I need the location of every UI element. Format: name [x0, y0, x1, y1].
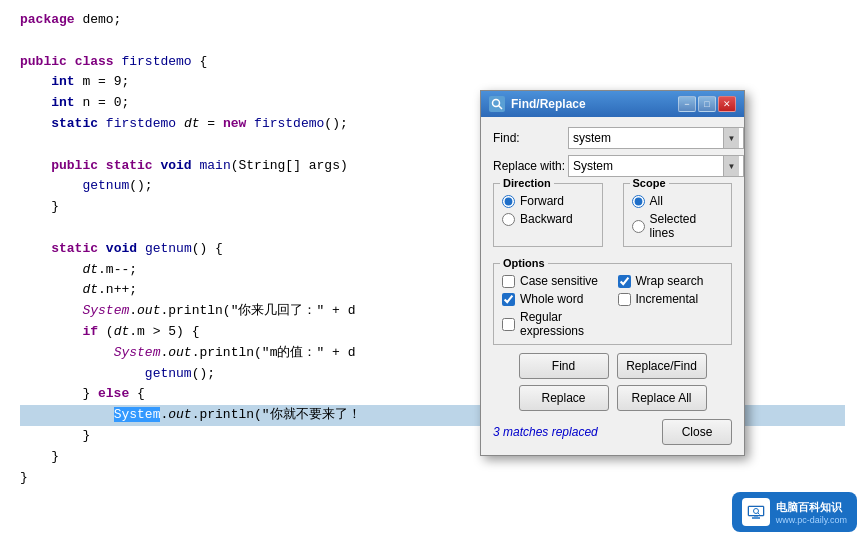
wrap-search-item[interactable]: Wrap search	[618, 274, 724, 288]
options-grid: Case sensitive Wrap search Whole word In…	[502, 274, 723, 338]
find-input-wrap[interactable]: ▼	[568, 127, 744, 149]
whole-word-label: Whole word	[520, 292, 583, 306]
incremental-item[interactable]: Incremental	[618, 292, 724, 306]
dialog-title: Find/Replace	[511, 97, 586, 111]
direction-scope-row: Direction Forward Backward Scope	[493, 183, 732, 255]
direction-section: Direction Forward Backward	[493, 183, 603, 247]
incremental-checkbox[interactable]	[618, 293, 631, 306]
dialog-body: Find: ▼ Replace with: ▼ Direction	[481, 117, 744, 455]
find-button[interactable]: Find	[519, 353, 609, 379]
case-sensitive-checkbox[interactable]	[502, 275, 515, 288]
backward-label: Backward	[520, 212, 573, 226]
find-label: Find:	[493, 131, 568, 145]
all-label: All	[650, 194, 663, 208]
replace-all-button[interactable]: Replace All	[617, 385, 707, 411]
direction-radio-group: Forward Backward	[502, 194, 594, 226]
options-section: Options Case sensitive Wrap search Whole…	[493, 263, 732, 345]
replace-button[interactable]: Replace	[519, 385, 609, 411]
watermark-text-group: 电脑百科知识 www.pc-daily.com	[776, 500, 847, 525]
find-row: Find: ▼	[493, 127, 732, 149]
direction-legend: Direction	[500, 177, 554, 189]
titlebar-left: Find/Replace	[489, 96, 586, 112]
button-row-1: Find Replace/Find	[493, 353, 732, 379]
dialog-close-x-button[interactable]: ✕	[718, 96, 736, 112]
dialog-icon	[489, 96, 505, 112]
wrap-search-label: Wrap search	[636, 274, 704, 288]
svg-point-0	[493, 100, 500, 107]
replace-input-wrap[interactable]: ▼	[568, 155, 744, 177]
watermark-url: www.pc-daily.com	[776, 515, 847, 525]
all-radio[interactable]	[632, 195, 645, 208]
find-dropdown-btn[interactable]: ▼	[723, 128, 739, 148]
regex-checkbox[interactable]	[502, 318, 515, 331]
wrap-search-checkbox[interactable]	[618, 275, 631, 288]
replace-label: Replace with:	[493, 159, 568, 173]
watermark-site: 电脑百科知识	[776, 500, 847, 515]
status-row: 3 matches replaced Close	[493, 419, 732, 445]
selected-lines-label: Selected lines	[650, 212, 724, 240]
backward-radio[interactable]	[502, 213, 515, 226]
status-text: 3 matches replaced	[493, 425, 598, 439]
dialog-titlebar: Find/Replace − □ ✕	[481, 91, 744, 117]
selected-lines-radio-item[interactable]: Selected lines	[632, 212, 724, 240]
watermark-top: 电脑百科知识 www.pc-daily.com	[742, 498, 847, 526]
incremental-label: Incremental	[636, 292, 699, 306]
scope-radio-group: All Selected lines	[632, 194, 724, 240]
selected-lines-radio[interactable]	[632, 220, 645, 233]
forward-radio[interactable]	[502, 195, 515, 208]
replace-input[interactable]	[573, 159, 723, 173]
all-radio-item[interactable]: All	[632, 194, 724, 208]
scope-section: Scope All Selected lines	[623, 183, 733, 247]
find-input[interactable]	[573, 131, 723, 145]
case-sensitive-item[interactable]: Case sensitive	[502, 274, 608, 288]
button-row-2: Replace Replace All	[493, 385, 732, 411]
scope-legend: Scope	[630, 177, 669, 189]
forward-label: Forward	[520, 194, 564, 208]
code-line-23: }	[20, 468, 845, 489]
code-line-1: package demo;	[20, 10, 845, 31]
minimize-button[interactable]: −	[678, 96, 696, 112]
options-legend: Options	[500, 257, 548, 269]
whole-word-item[interactable]: Whole word	[502, 292, 608, 306]
replace-dropdown-btn[interactable]: ▼	[723, 156, 739, 176]
watermark-icon	[742, 498, 770, 526]
code-line-3: public class firstdemo {	[20, 52, 845, 73]
backward-radio-item[interactable]: Backward	[502, 212, 594, 226]
code-line-2	[20, 31, 845, 52]
whole-word-checkbox[interactable]	[502, 293, 515, 306]
replace-find-button[interactable]: Replace/Find	[617, 353, 707, 379]
regex-item[interactable]: Regular expressions	[502, 310, 608, 338]
maximize-button[interactable]: □	[698, 96, 716, 112]
svg-line-1	[499, 106, 503, 110]
case-sensitive-label: Case sensitive	[520, 274, 598, 288]
regex-label: Regular expressions	[520, 310, 608, 338]
forward-radio-item[interactable]: Forward	[502, 194, 594, 208]
find-replace-dialog: Find/Replace − □ ✕ Find: ▼ Replace with:…	[480, 90, 745, 456]
close-button[interactable]: Close	[662, 419, 732, 445]
replace-row: Replace with: ▼	[493, 155, 732, 177]
titlebar-controls: − □ ✕	[678, 96, 736, 112]
watermark-badge: 电脑百科知识 www.pc-daily.com	[732, 492, 857, 532]
